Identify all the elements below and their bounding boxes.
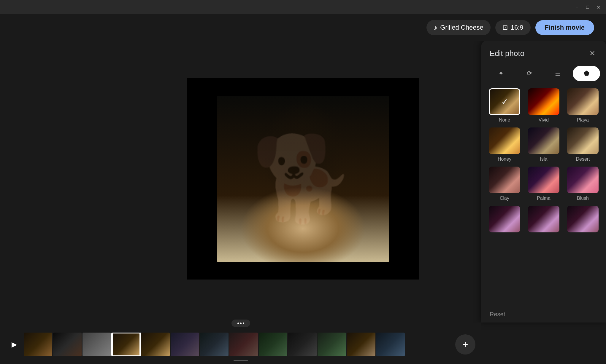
ratio-button[interactable]: ⊡ 16:9 [495,20,531,35]
filter-row4c-thumb [567,206,599,232]
more-options-button[interactable] [231,320,250,327]
preview-image [217,96,389,262]
minimize-button[interactable]: − [573,3,581,11]
suggest-icon: ✦ [498,70,504,77]
filter-blush-label: Blush [577,196,589,201]
filter-vivid-thumb [528,88,559,115]
timeline-thumb-4-selected[interactable] [112,333,140,356]
close-button[interactable]: ✕ [594,3,602,11]
filter-playa-label: Playa [577,117,589,123]
filter-blush-thumb [567,167,599,193]
dot1 [237,323,239,324]
filter-row4c[interactable] [566,206,600,235]
timeline-thumb-10[interactable] [288,333,317,356]
timeline-thumb-12[interactable] [347,333,375,356]
filter-blush[interactable]: Blush [566,167,600,201]
filter-playa-thumb [567,88,599,115]
filter-none-label: None [499,117,510,123]
tab-crop[interactable]: ⟳ [516,66,543,81]
add-icon: + [463,339,468,350]
selected-check-icon: ✓ [501,97,508,107]
edit-panel-footer: Reset [481,306,606,323]
timeline-area: ▶ + [0,323,481,364]
filter-row4b[interactable] [526,206,561,235]
timeline-thumb-7[interactable] [200,333,229,356]
filter-desert-label: Desert [576,157,590,162]
edit-panel-close-button[interactable]: ✕ [587,48,598,59]
tab-suggest[interactable]: ✦ [487,66,515,81]
filter-row4a-thumb [489,206,520,232]
play-icon: ▶ [12,340,17,349]
timeline-thumb-1[interactable] [24,333,52,356]
filter-icon: ⬟ [584,70,589,77]
crop-icon: ⟳ [527,70,532,77]
photo-preview-area [187,78,419,280]
filter-vivid[interactable]: Vivid [526,88,561,123]
filter-clay[interactable]: Clay [487,167,522,201]
timeline-strip: ▶ + [0,333,481,356]
edit-panel-title: Edit photo [490,49,524,58]
timeline-thumb-11[interactable] [318,333,346,356]
ratio-icon: ⊡ [502,24,508,31]
filter-isla-thumb [528,127,559,154]
timeline-thumb-2[interactable] [53,333,82,356]
timeline-thumb-8[interactable] [229,333,258,356]
filter-desert[interactable]: Desert [566,127,600,162]
thumbnail-strip [24,333,454,356]
tab-filter[interactable]: ⬟ [573,66,600,81]
filter-honey-label: Honey [498,157,511,162]
filter-vivid-label: Vivid [539,117,549,123]
music-label: Grilled Cheese [440,24,483,31]
timeline-thumb-6[interactable] [171,333,199,356]
edit-tabs: ✦ ⟳ ⚌ ⬟ [481,63,606,84]
dot2 [240,323,242,324]
timeline-thumb-5[interactable] [141,333,170,356]
drag-line [234,360,248,361]
topbar: ♪ Grilled Cheese ⊡ 16:9 Finish movie [0,14,606,41]
timeline-thumb-9[interactable] [259,333,287,356]
reset-button[interactable]: Reset [490,311,505,318]
filter-none-thumb: ✓ [489,88,520,115]
filter-palma[interactable]: Palma [526,167,561,201]
maximize-button[interactable]: □ [583,3,592,11]
timeline-thumb-3[interactable] [83,333,111,356]
titlebar: − □ ✕ [0,0,606,14]
music-button[interactable]: ♪ Grilled Cheese [426,20,491,35]
filter-isla[interactable]: Isla [526,127,561,162]
filter-palma-label: Palma [537,196,550,201]
dot3 [243,323,244,324]
filter-playa[interactable]: Playa [566,88,600,123]
filter-desert-thumb [567,127,599,154]
filter-grid: ✓ None Vivid Playa Honey Is [481,84,606,306]
adjust-icon: ⚌ [555,70,561,77]
filter-clay-thumb [489,167,520,193]
drag-handle[interactable] [234,360,248,361]
add-media-button[interactable]: + [455,334,475,355]
filter-row4a[interactable] [487,206,522,235]
music-icon: ♪ [434,23,437,32]
main-content-area: Edit photo ✕ ✦ ⟳ ⚌ ⬟ ✓ [0,41,606,323]
filter-row4b-thumb [528,206,559,232]
ratio-label: 16:9 [511,24,523,31]
filter-none[interactable]: ✓ None [487,88,522,123]
edit-photo-panel: Edit photo ✕ ✦ ⟳ ⚌ ⬟ ✓ [481,41,606,323]
filter-palma-thumb [528,167,559,193]
filter-honey-thumb [489,127,520,154]
play-button[interactable]: ▶ [6,336,23,353]
filter-clay-label: Clay [500,196,509,201]
finish-movie-button[interactable]: Finish movie [535,20,594,35]
filter-honey[interactable]: Honey [487,127,522,162]
tab-adjust[interactable]: ⚌ [544,66,572,81]
edit-panel-header: Edit photo ✕ [481,41,606,63]
timeline-thumb-13[interactable] [376,333,405,356]
filter-isla-label: Isla [540,157,548,162]
